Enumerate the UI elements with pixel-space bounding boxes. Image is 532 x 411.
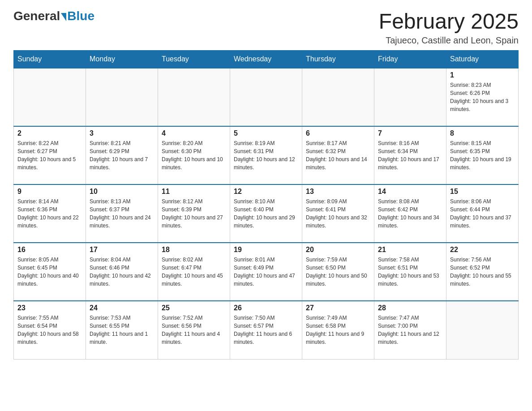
day-info: Sunrise: 8:23 AMSunset: 6:26 PMDaylight:… bbox=[450, 81, 515, 113]
calendar-cell: 3Sunrise: 8:21 AMSunset: 6:29 PMDaylight… bbox=[86, 126, 158, 184]
day-number: 8 bbox=[450, 129, 515, 137]
col-header-sunday: Sunday bbox=[14, 51, 86, 68]
day-number: 3 bbox=[90, 129, 154, 137]
day-info: Sunrise: 8:21 AMSunset: 6:29 PMDaylight:… bbox=[90, 139, 154, 171]
day-number: 17 bbox=[90, 246, 154, 254]
calendar-cell bbox=[302, 68, 374, 126]
col-header-friday: Friday bbox=[374, 51, 446, 68]
calendar-cell: 23Sunrise: 7:55 AMSunset: 6:54 PMDayligh… bbox=[14, 301, 86, 359]
logo-arrow-icon bbox=[61, 13, 66, 21]
day-number: 9 bbox=[17, 188, 82, 196]
calendar-cell: 10Sunrise: 8:13 AMSunset: 6:37 PMDayligh… bbox=[86, 184, 158, 243]
day-number: 15 bbox=[450, 188, 515, 196]
calendar-cell: 27Sunrise: 7:49 AMSunset: 6:58 PMDayligh… bbox=[302, 301, 374, 359]
calendar-cell: 21Sunrise: 7:58 AMSunset: 6:51 PMDayligh… bbox=[374, 243, 446, 301]
calendar-cell: 13Sunrise: 8:09 AMSunset: 6:41 PMDayligh… bbox=[302, 184, 374, 243]
day-number: 14 bbox=[378, 188, 442, 196]
calendar-cell: 4Sunrise: 8:20 AMSunset: 6:30 PMDaylight… bbox=[158, 126, 230, 184]
day-number: 19 bbox=[234, 246, 298, 254]
calendar-cell: 5Sunrise: 8:19 AMSunset: 6:31 PMDaylight… bbox=[230, 126, 302, 184]
calendar-header-row: SundayMondayTuesdayWednesdayThursdayFrid… bbox=[14, 51, 519, 68]
day-info: Sunrise: 8:06 AMSunset: 6:44 PMDaylight:… bbox=[450, 197, 515, 230]
calendar-cell: 14Sunrise: 8:08 AMSunset: 6:42 PMDayligh… bbox=[374, 184, 446, 243]
day-number: 11 bbox=[162, 188, 226, 196]
day-info: Sunrise: 8:05 AMSunset: 6:45 PMDaylight:… bbox=[17, 256, 82, 288]
calendar-cell: 7Sunrise: 8:16 AMSunset: 6:34 PMDaylight… bbox=[374, 126, 446, 184]
day-info: Sunrise: 8:10 AMSunset: 6:40 PMDaylight:… bbox=[234, 197, 298, 230]
day-info: Sunrise: 8:08 AMSunset: 6:42 PMDaylight:… bbox=[378, 197, 442, 230]
calendar-week-row: 23Sunrise: 7:55 AMSunset: 6:54 PMDayligh… bbox=[14, 301, 519, 359]
calendar-cell bbox=[14, 68, 86, 126]
location-subtitle: Tajueco, Castille and Leon, Spain bbox=[379, 35, 519, 46]
day-info: Sunrise: 7:47 AMSunset: 7:00 PMDaylight:… bbox=[378, 314, 442, 346]
day-info: Sunrise: 8:09 AMSunset: 6:41 PMDaylight:… bbox=[306, 197, 370, 230]
day-info: Sunrise: 7:59 AMSunset: 6:50 PMDaylight:… bbox=[306, 256, 370, 288]
calendar-week-row: 2Sunrise: 8:22 AMSunset: 6:27 PMDaylight… bbox=[14, 126, 519, 184]
logo-blue-text: Blue bbox=[67, 9, 94, 23]
day-info: Sunrise: 8:16 AMSunset: 6:34 PMDaylight:… bbox=[378, 139, 442, 171]
col-header-saturday: Saturday bbox=[446, 51, 519, 68]
day-info: Sunrise: 8:12 AMSunset: 6:39 PMDaylight:… bbox=[162, 197, 226, 230]
title-section: February 2025 Tajueco, Castille and Leon… bbox=[379, 9, 519, 46]
day-number: 26 bbox=[234, 304, 298, 312]
calendar-cell: 22Sunrise: 7:56 AMSunset: 6:52 PMDayligh… bbox=[446, 243, 519, 301]
calendar-cell: 8Sunrise: 8:15 AMSunset: 6:35 PMDaylight… bbox=[446, 126, 519, 184]
day-number: 25 bbox=[162, 304, 226, 312]
col-header-thursday: Thursday bbox=[302, 51, 374, 68]
calendar-week-row: 16Sunrise: 8:05 AMSunset: 6:45 PMDayligh… bbox=[14, 243, 519, 301]
calendar-cell: 28Sunrise: 7:47 AMSunset: 7:00 PMDayligh… bbox=[374, 301, 446, 359]
day-info: Sunrise: 8:22 AMSunset: 6:27 PMDaylight:… bbox=[17, 139, 82, 171]
calendar-cell bbox=[158, 68, 230, 126]
calendar-cell: 18Sunrise: 8:02 AMSunset: 6:47 PMDayligh… bbox=[158, 243, 230, 301]
day-number: 27 bbox=[306, 304, 370, 312]
day-number: 7 bbox=[378, 129, 442, 137]
day-number: 21 bbox=[378, 246, 442, 254]
day-info: Sunrise: 8:01 AMSunset: 6:49 PMDaylight:… bbox=[234, 256, 298, 288]
logo: General Blue bbox=[13, 9, 94, 23]
col-header-tuesday: Tuesday bbox=[158, 51, 230, 68]
calendar-cell: 24Sunrise: 7:53 AMSunset: 6:55 PMDayligh… bbox=[86, 301, 158, 359]
day-number: 5 bbox=[234, 129, 298, 137]
day-number: 28 bbox=[378, 304, 442, 312]
day-number: 2 bbox=[17, 129, 82, 137]
day-number: 18 bbox=[162, 246, 226, 254]
calendar-cell: 19Sunrise: 8:01 AMSunset: 6:49 PMDayligh… bbox=[230, 243, 302, 301]
calendar-cell: 9Sunrise: 8:14 AMSunset: 6:36 PMDaylight… bbox=[14, 184, 86, 243]
day-number: 23 bbox=[17, 304, 82, 312]
calendar-cell: 11Sunrise: 8:12 AMSunset: 6:39 PMDayligh… bbox=[158, 184, 230, 243]
logo-general-text: General bbox=[13, 9, 60, 23]
calendar-cell bbox=[230, 68, 302, 126]
calendar-week-row: 9Sunrise: 8:14 AMSunset: 6:36 PMDaylight… bbox=[14, 184, 519, 243]
day-number: 4 bbox=[162, 129, 226, 137]
calendar-week-row: 1Sunrise: 8:23 AMSunset: 6:26 PMDaylight… bbox=[14, 68, 519, 126]
calendar-cell: 1Sunrise: 8:23 AMSunset: 6:26 PMDaylight… bbox=[446, 68, 519, 126]
calendar-cell: 16Sunrise: 8:05 AMSunset: 6:45 PMDayligh… bbox=[14, 243, 86, 301]
day-number: 24 bbox=[90, 304, 154, 312]
day-info: Sunrise: 7:52 AMSunset: 6:56 PMDaylight:… bbox=[162, 314, 226, 346]
day-info: Sunrise: 7:55 AMSunset: 6:54 PMDaylight:… bbox=[17, 314, 82, 346]
day-number: 13 bbox=[306, 188, 370, 196]
calendar-title: February 2025 bbox=[379, 9, 519, 34]
day-number: 12 bbox=[234, 188, 298, 196]
day-info: Sunrise: 7:58 AMSunset: 6:51 PMDaylight:… bbox=[378, 256, 442, 288]
calendar-cell: 12Sunrise: 8:10 AMSunset: 6:40 PMDayligh… bbox=[230, 184, 302, 243]
day-info: Sunrise: 7:49 AMSunset: 6:58 PMDaylight:… bbox=[306, 314, 370, 346]
day-info: Sunrise: 8:15 AMSunset: 6:35 PMDaylight:… bbox=[450, 139, 515, 171]
day-number: 16 bbox=[17, 246, 82, 254]
calendar-cell: 17Sunrise: 8:04 AMSunset: 6:46 PMDayligh… bbox=[86, 243, 158, 301]
calendar-cell bbox=[374, 68, 446, 126]
day-number: 20 bbox=[306, 246, 370, 254]
day-number: 6 bbox=[306, 129, 370, 137]
calendar-cell: 15Sunrise: 8:06 AMSunset: 6:44 PMDayligh… bbox=[446, 184, 519, 243]
day-info: Sunrise: 8:19 AMSunset: 6:31 PMDaylight:… bbox=[234, 139, 298, 171]
day-info: Sunrise: 8:13 AMSunset: 6:37 PMDaylight:… bbox=[90, 197, 154, 230]
day-info: Sunrise: 8:04 AMSunset: 6:46 PMDaylight:… bbox=[90, 256, 154, 288]
day-info: Sunrise: 7:53 AMSunset: 6:55 PMDaylight:… bbox=[90, 314, 154, 346]
day-number: 22 bbox=[450, 246, 515, 254]
day-number: 10 bbox=[90, 188, 154, 196]
page-header: General Blue February 2025 Tajueco, Cast… bbox=[13, 9, 519, 46]
day-info: Sunrise: 7:50 AMSunset: 6:57 PMDaylight:… bbox=[234, 314, 298, 346]
col-header-wednesday: Wednesday bbox=[230, 51, 302, 68]
day-info: Sunrise: 7:56 AMSunset: 6:52 PMDaylight:… bbox=[450, 256, 515, 288]
day-info: Sunrise: 8:14 AMSunset: 6:36 PMDaylight:… bbox=[17, 197, 82, 230]
